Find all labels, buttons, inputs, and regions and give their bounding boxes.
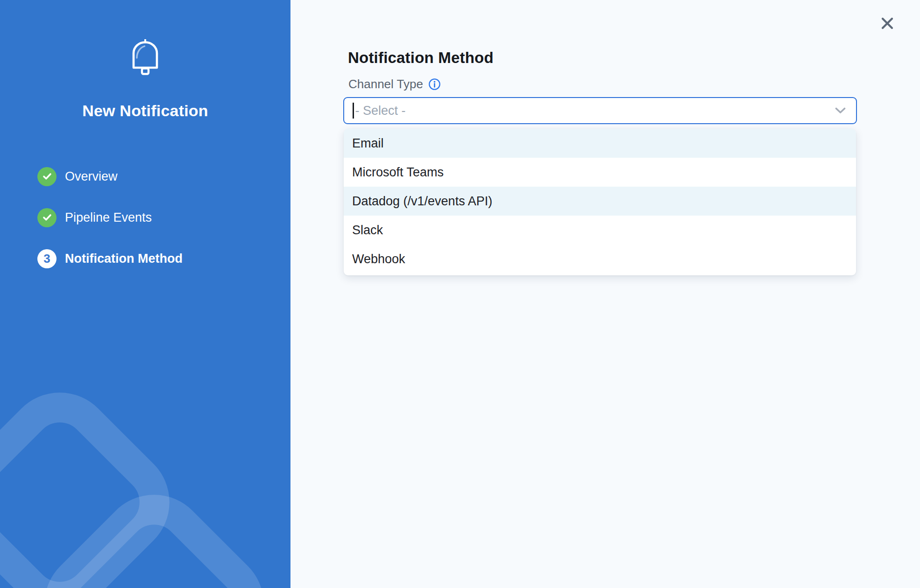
wizard-step[interactable]: 3 Notification Method <box>37 249 183 268</box>
close-button[interactable] <box>879 15 895 31</box>
info-icon[interactable] <box>428 78 441 91</box>
check-icon <box>42 173 52 180</box>
dropdown-option-label: Webhook <box>352 252 405 266</box>
step-status-badge <box>37 167 57 186</box>
dialog-title: Notification Method <box>348 49 494 67</box>
dropdown-option[interactable]: Email <box>344 129 856 158</box>
dropdown-option-label: Email <box>352 136 384 151</box>
close-icon <box>880 16 894 30</box>
dropdown-option[interactable]: Microsoft Teams <box>344 158 856 187</box>
dialog-panel: Notification Method Channel Type - Selec… <box>290 0 920 588</box>
dropdown-option[interactable]: Slack <box>344 216 856 245</box>
channel-type-dropdown: Email Microsoft Teams Datadog (/v1/event… <box>344 129 856 275</box>
wizard-sidebar: New Notification Overview <box>0 0 290 588</box>
wizard-step[interactable]: Overview <box>37 167 183 186</box>
select-placeholder: - Select - <box>355 104 406 118</box>
step-number: 3 <box>43 252 50 265</box>
step-label: Overview <box>65 169 118 184</box>
step-label: Pipeline Events <box>65 210 152 225</box>
dropdown-option[interactable]: Datadog (/v1/events API) <box>344 187 856 216</box>
channel-type-select[interactable]: - Select - <box>343 97 857 124</box>
channel-type-label: Channel Type <box>348 77 423 91</box>
bell-icon <box>130 39 160 76</box>
wizard-step[interactable]: Pipeline Events <box>37 208 183 227</box>
text-caret <box>353 103 354 119</box>
dropdown-option-label: Slack <box>352 223 383 238</box>
logo-watermark <box>0 0 290 588</box>
step-label: Notification Method <box>65 252 183 266</box>
check-icon <box>42 214 52 221</box>
dropdown-option-label: Microsoft Teams <box>352 165 444 180</box>
wizard-steps: Overview Pipeline Events <box>37 167 183 290</box>
channel-type-field-label-row: Channel Type <box>348 77 441 91</box>
wizard-title: New Notification <box>0 102 290 120</box>
chevron-down-icon <box>835 107 846 114</box>
dropdown-option-label: Datadog (/v1/events API) <box>352 194 492 209</box>
new-notification-wizard: New Notification Overview <box>0 0 920 588</box>
dropdown-option[interactable]: Webhook <box>344 245 856 273</box>
step-status-badge <box>37 208 57 227</box>
step-status-badge: 3 <box>37 249 57 268</box>
